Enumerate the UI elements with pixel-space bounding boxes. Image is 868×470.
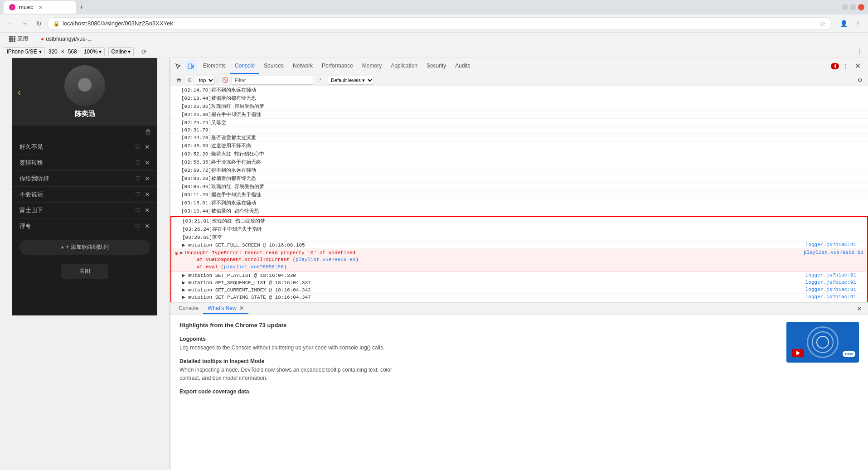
reload-button[interactable]: ↻	[33, 17, 45, 30]
tab-console[interactable]: Console	[230, 58, 259, 74]
user-account-button[interactable]: 👤	[837, 17, 850, 30]
heart-icon-3[interactable]: ♡	[135, 175, 141, 182]
delete-song-icon-3[interactable]: ✕	[145, 175, 150, 182]
close-button-area: 关闭	[12, 260, 157, 286]
bookmark-star-icon[interactable]: ☆	[820, 20, 826, 27]
devtools-panel: Elements Console Sources Network Perform	[170, 58, 868, 470]
log-levels-selector[interactable]: Default levels ▾	[328, 76, 374, 85]
logger-link-1[interactable]: logger.js?b1ac:91	[805, 242, 856, 248]
context-selector[interactable]: top	[196, 76, 215, 85]
delete-song-icon-6[interactable]: ✕	[145, 223, 150, 230]
error-line-1: ⊗ ▶ Uncaught TypeError: Cannot read prop…	[171, 249, 867, 272]
back-to-singer-button[interactable]: ‹	[18, 87, 21, 97]
expand-arrow-1[interactable]: ▶	[180, 250, 183, 256]
console-output: [02:14.70]得不到的永远在骚动 [02:18.44]被偏爱的都有恃无恐 …	[170, 86, 868, 302]
heart-icon-2[interactable]: ♡	[135, 159, 141, 166]
network-tab-label: Network	[293, 63, 313, 69]
tab-memory[interactable]: Memory	[358, 58, 386, 74]
more-device-options-icon[interactable]: ⋮	[854, 47, 864, 57]
console-line: [02:52.20]烧得火红 蛇行猖狂心中	[170, 150, 868, 158]
bottom-panel: Console What's New ✕ ✕ Highlights from t…	[170, 302, 868, 470]
logpoints-desc: Log messages to the Console without clut…	[179, 344, 406, 352]
devtools-more-icon[interactable]: ⋮	[841, 61, 851, 71]
forward-button[interactable]: →	[18, 17, 31, 30]
playlist-link-1c[interactable]: playlist.vue?8856:83	[804, 250, 863, 255]
heart-icon-1[interactable]: ♡	[135, 143, 141, 150]
bottom-console-label: Console	[179, 305, 199, 311]
new-tab-button[interactable]: +	[76, 2, 87, 13]
delete-song-icon-4[interactable]: ✕	[145, 191, 150, 198]
add-playlist-area: + + 添加歌曲到队列	[12, 234, 157, 260]
heart-icon-5[interactable]: ♡	[135, 207, 141, 214]
new-label-badge: new	[843, 351, 855, 357]
console-filter-input[interactable]	[232, 76, 313, 85]
clear-console-icon[interactable]: 🚫	[221, 76, 230, 85]
console-line-in-block: [03:26.24]握在手中却流失于指缝	[171, 225, 867, 233]
console-line: [02:26.30]握在手中却流失于指缝	[170, 111, 868, 119]
bottom-tab-whats-new[interactable]: What's New ✕	[203, 303, 248, 314]
device-selector[interactable]: iPhone 5/SE ▾	[4, 47, 45, 56]
device-toggle-icon[interactable]	[185, 60, 197, 72]
close-window-button[interactable]	[858, 4, 864, 10]
trash-icon[interactable]: 🗑	[145, 128, 152, 136]
logger-link-5[interactable]: logger.js?b1ac:91	[805, 294, 856, 300]
delete-song-icon-5[interactable]: ✕	[145, 207, 150, 214]
browser-controls: ← → ↻ 🔒 localhost:8080/#/singer/003Nz2So…	[0, 15, 868, 33]
heart-icon-4[interactable]: ♡	[135, 191, 141, 198]
delete-song-icon-2[interactable]: ✕	[145, 159, 150, 166]
add-to-playlist-button[interactable]: + + 添加歌曲到队列	[19, 240, 150, 255]
tab-network[interactable]: Network	[288, 58, 317, 74]
logger-link-4[interactable]: logger.js?b1ac:91	[805, 287, 856, 293]
rotate-icon[interactable]: ⟳	[139, 47, 149, 57]
minimize-button[interactable]	[842, 4, 848, 10]
console-sub-toolbar: ⬒ ⊙ top 🚫 .* Default levels ▾ ⚙	[170, 74, 868, 86]
heart-icon-6[interactable]: ♡	[135, 223, 141, 230]
playlist-link-1b[interactable]: playlist.vue?8856:58	[224, 264, 284, 270]
song-name-6: 浮夸	[19, 222, 135, 230]
singer-avatar	[64, 65, 105, 106]
apps-button[interactable]: 应用	[5, 33, 32, 44]
tab-performance[interactable]: Performance	[317, 58, 358, 74]
close-bottom-panel-icon[interactable]: ✕	[854, 304, 864, 314]
error-count-label: 4	[834, 63, 836, 69]
url-text: localhost:8080/#/singer/003Nz2So3XXYek	[63, 20, 817, 27]
console-history-icon[interactable]: ⊙	[185, 76, 194, 85]
console-dock-icon[interactable]: ⬒	[174, 76, 183, 85]
more-options-button[interactable]: ⋮	[852, 17, 864, 30]
network-selector[interactable]: Online ▾	[108, 47, 134, 56]
tab-audits[interactable]: Audits	[451, 58, 475, 74]
active-tab[interactable]: ♪ music ✕	[4, 1, 76, 14]
bottom-tab-console[interactable]: Console	[174, 303, 203, 314]
browser-actions: 👤 ⋮	[837, 17, 864, 30]
logger-link-3[interactable]: logger.js?b1ac:91	[805, 280, 856, 286]
bookmark-item-vue[interactable]: ● ustbhuangyi/vue-...	[39, 35, 94, 43]
back-button[interactable]: ←	[4, 17, 16, 30]
play-button-thumbnail[interactable]	[792, 349, 804, 357]
plus-icon: +	[61, 244, 64, 251]
tab-sources[interactable]: Sources	[259, 58, 288, 74]
phone-close-button[interactable]: 关闭	[61, 264, 108, 279]
tab-application[interactable]: Application	[386, 58, 422, 74]
zoom-selector[interactable]: 100% ▾	[81, 47, 105, 56]
inspect-element-icon[interactable]	[172, 60, 184, 72]
console-line-in-block: [03:29.61]落空	[171, 233, 867, 242]
inner-circle	[812, 331, 834, 353]
logger-link-2[interactable]: logger.js?b1ac:91	[805, 272, 856, 278]
tab-security[interactable]: Security	[422, 58, 451, 74]
delete-song-icon-1[interactable]: ✕	[145, 143, 150, 150]
playlist-link-1a[interactable]: playlist.vue?8856:83	[296, 257, 355, 262]
console-settings-icon[interactable]: ⚙	[855, 76, 864, 85]
address-bar[interactable]: 🔒 localhost:8080/#/singer/003Nz2So3XXYek…	[47, 17, 832, 30]
tab-elements[interactable]: Elements	[199, 58, 230, 74]
chevron-down-network-icon: ▾	[128, 48, 131, 55]
maximize-button[interactable]	[850, 4, 856, 10]
security-icon: 🔒	[53, 20, 60, 27]
regex-filter-icon[interactable]: .*	[315, 76, 324, 85]
whats-new-close-icon[interactable]: ✕	[239, 305, 244, 311]
tab-title: music	[19, 4, 33, 10]
tab-close-button[interactable]: ✕	[37, 4, 44, 11]
devtools-close-icon[interactable]: ✕	[853, 61, 863, 71]
phone-viewport: ‹ 陈奕迅 🗑	[0, 58, 170, 470]
devtools-right-controls: 4 ⋮ ✕	[831, 61, 866, 71]
error-text-1: Uncaught TypeError: Cannot read property…	[185, 250, 359, 271]
